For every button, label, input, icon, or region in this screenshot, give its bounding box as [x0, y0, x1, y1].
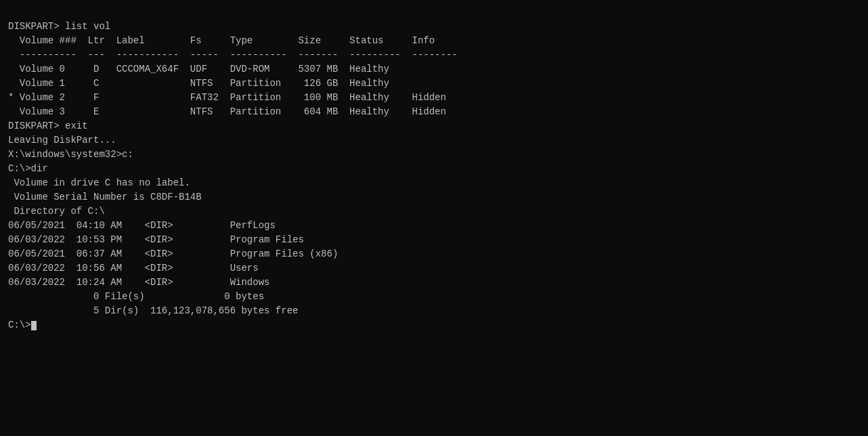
- terminal-line: * Volume 2 F FAT32 Partition 100 MB Heal…: [8, 91, 860, 105]
- terminal-line: Leaving DiskPart...: [8, 133, 860, 148]
- terminal-line: Volume 3 E NTFS Partition 604 MB Healthy…: [8, 105, 860, 119]
- terminal-line: 0 File(s) 0 bytes: [8, 290, 860, 304]
- terminal-line: 06/05/2021 06:37 AM <DIR> Program Files …: [8, 247, 860, 261]
- terminal-line: Volume in drive C has no label.: [8, 176, 860, 190]
- terminal-window: DISKPART> list vol Volume ### Ltr Label …: [8, 5, 860, 332]
- terminal-line: 06/03/2022 10:24 AM <DIR> Windows: [8, 276, 860, 290]
- terminal-line: Volume 0 D CCCOMA_X64F UDF DVD-ROM 5307 …: [8, 62, 860, 77]
- terminal-line: Volume 1 C NTFS Partition 126 GB Healthy: [8, 77, 860, 91]
- terminal-line: Directory of C:\: [8, 204, 860, 219]
- terminal-line: C:\>dir: [8, 162, 860, 176]
- terminal-line: DISKPART> list vol: [8, 20, 860, 34]
- terminal-line: X:\windows\system32>c:: [8, 148, 860, 162]
- terminal-line: Volume Serial Number is C8DF-B14B: [8, 190, 860, 204]
- terminal-line: DISKPART> exit: [8, 119, 860, 133]
- terminal-line: 06/05/2021 04:10 AM <DIR> PerfLogs: [8, 219, 860, 233]
- terminal-line: 5 Dir(s) 116,123,078,656 bytes free: [8, 304, 860, 318]
- terminal-line: C:\>: [8, 318, 860, 332]
- terminal-line: 06/03/2022 10:53 PM <DIR> Program Files: [8, 233, 860, 247]
- terminal-cursor: [31, 321, 37, 330]
- terminal-line: ---------- --- ----------- ----- -------…: [8, 48, 860, 62]
- terminal-line: 06/03/2022 10:56 AM <DIR> Users: [8, 261, 860, 276]
- terminal-line: Volume ### Ltr Label Fs Type Size Status…: [8, 34, 860, 48]
